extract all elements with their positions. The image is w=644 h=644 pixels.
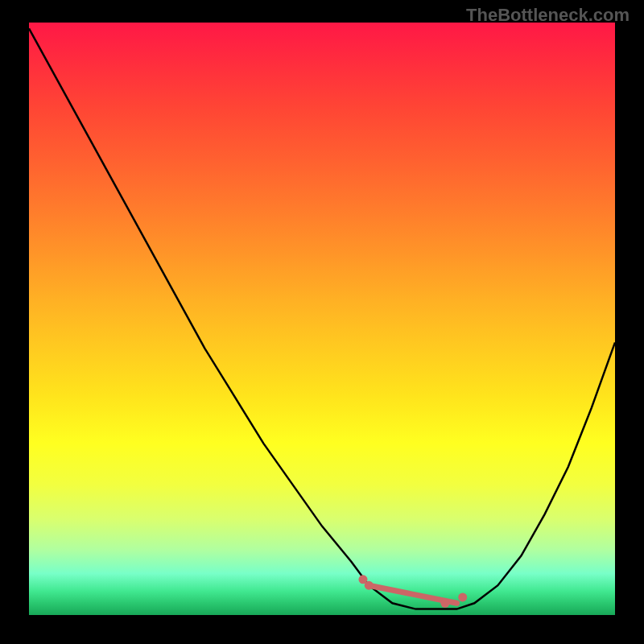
bottleneck-curve — [29, 28, 615, 609]
plot-area — [29, 23, 615, 615]
chart-container: TheBottleneck.com — [0, 0, 644, 644]
curve-layer — [29, 23, 615, 615]
marker-dot — [458, 592, 467, 601]
marker-dot — [440, 599, 449, 608]
marker-dot — [365, 581, 374, 590]
watermark-text: TheBottleneck.com — [466, 5, 630, 26]
